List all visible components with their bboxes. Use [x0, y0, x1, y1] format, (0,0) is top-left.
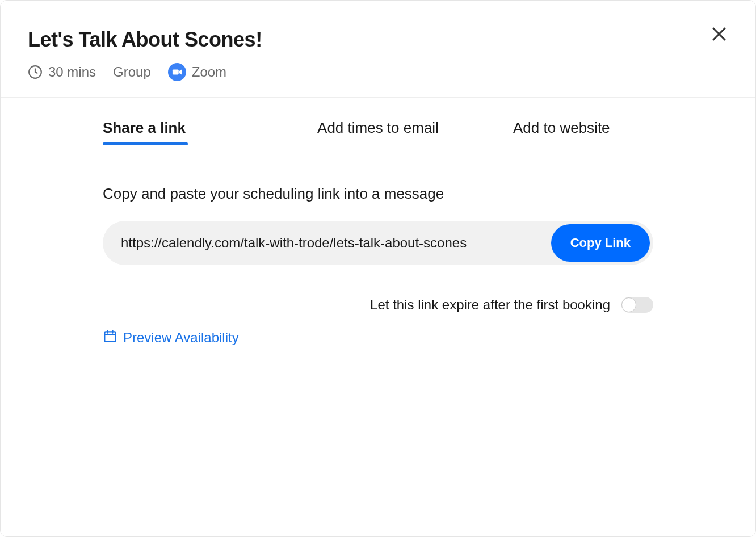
- share-link-panel: Copy and paste your scheduling link into…: [103, 145, 653, 347]
- toggle-knob: [621, 297, 636, 312]
- expire-label: Let this link expire after the first boo…: [370, 297, 610, 313]
- event-title: Let's Talk About Scones!: [28, 28, 728, 52]
- event-meta: 30 mins Group Zoom: [28, 63, 728, 81]
- tab-add-website[interactable]: Add to website: [470, 119, 653, 145]
- type-meta: Group: [113, 64, 151, 80]
- tab-add-times[interactable]: Add times to email: [286, 119, 469, 145]
- duration-label: 30 mins: [48, 64, 96, 80]
- expire-row: Let this link expire after the first boo…: [103, 297, 653, 313]
- modal-header: Let's Talk About Scones! 30 mins Group: [1, 1, 755, 98]
- scheduling-link-input[interactable]: [121, 235, 542, 251]
- location-label: Zoom: [192, 64, 226, 80]
- location-meta: Zoom: [168, 63, 226, 81]
- expire-toggle[interactable]: [621, 297, 653, 313]
- close-button[interactable]: [705, 21, 733, 48]
- share-modal: Let's Talk About Scones! 30 mins Group: [0, 0, 756, 537]
- calendar-icon: [103, 329, 117, 347]
- link-field-row: Copy Link: [103, 221, 653, 265]
- svg-rect-1: [173, 70, 179, 75]
- close-icon: [711, 26, 728, 44]
- duration-meta: 30 mins: [28, 64, 96, 80]
- zoom-icon: [168, 63, 186, 81]
- preview-availability-link[interactable]: Preview Availability: [103, 329, 239, 347]
- type-label: Group: [113, 64, 151, 80]
- instruction-text: Copy and paste your scheduling link into…: [103, 185, 653, 203]
- tab-share-link[interactable]: Share a link: [103, 119, 286, 145]
- copy-link-button[interactable]: Copy Link: [551, 224, 650, 262]
- modal-body: Share a link Add times to email Add to w…: [1, 98, 755, 368]
- clock-icon: [28, 65, 43, 79]
- tabs: Share a link Add times to email Add to w…: [103, 119, 653, 145]
- preview-availability-label: Preview Availability: [123, 330, 239, 346]
- svg-rect-4: [104, 332, 116, 341]
